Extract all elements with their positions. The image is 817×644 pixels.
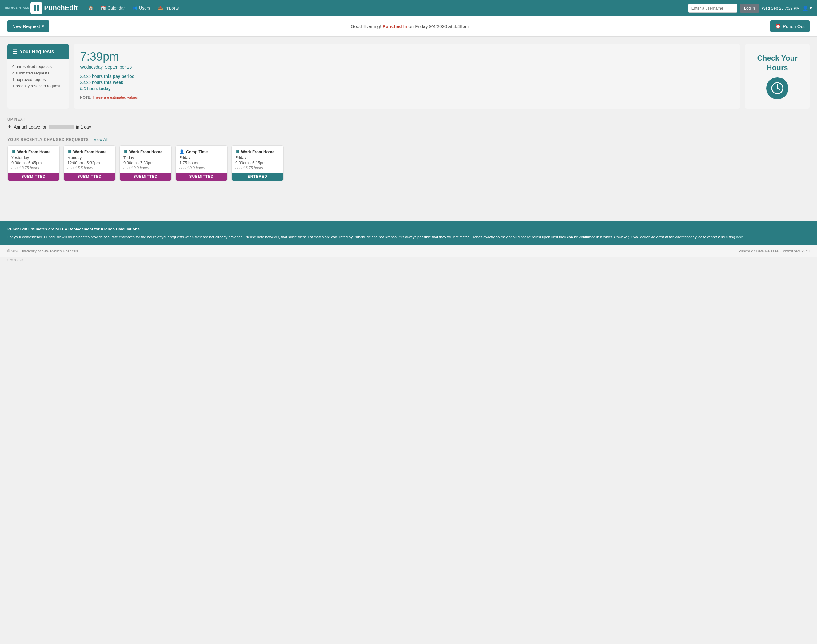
clock-face-icon <box>771 81 784 95</box>
request-card-1-badge: SUBMITTED <box>8 173 59 181</box>
imports-icon: 📥 <box>158 6 163 11</box>
pay-period-stat: 23.25 hours this pay period <box>80 74 734 79</box>
stat-resolved: 1 recently resolved request <box>12 84 64 88</box>
new-request-label: New Request <box>12 24 40 29</box>
request-card-2-time: 12:00pm - 5:32pm <box>67 161 112 165</box>
dropdown-chevron-icon: ▾ <box>42 23 44 29</box>
footer-body-text1: For your convenience PunchEdit will do i… <box>8 235 613 239</box>
up-next-label: UP NEXT <box>8 117 809 121</box>
time-card: 7:39pm Wednesday, September 23 23.25 hou… <box>74 44 740 109</box>
list-icon: ☰ <box>12 48 17 55</box>
username-input[interactable] <box>688 4 737 12</box>
request-card-2-day: Monday <box>67 155 112 160</box>
bug-report-link[interactable]: here <box>736 235 743 239</box>
footer-copyright: © 2020 University of New Mexico Hospital… <box>8 249 78 253</box>
week-hours: 23.25 <box>80 80 91 85</box>
date-display: Wednesday, September 23 <box>80 64 734 69</box>
recently-changed-label: YOUR RECENTLY CHANGED REQUESTS <box>8 138 89 142</box>
request-card-1-type: 🖥 Work From Home <box>11 149 56 154</box>
svg-rect-3 <box>37 8 39 11</box>
your-requests-title: Your Requests <box>20 49 54 54</box>
request-card-5-body: 🖥 Work From Home Friday 9:30am - 5:15pm … <box>231 146 283 173</box>
subheader: New Request ▾ Good Evening! Punched In o… <box>0 16 817 37</box>
request-card-3-badge: SUBMITTED <box>120 173 171 181</box>
up-next-item: ✈ Annual Leave for in 1 day <box>8 124 809 130</box>
nav-users-label: Users <box>139 6 150 11</box>
request-card-4: 👤 Comp Time Friday 1.75 hours about 0.0 … <box>175 146 228 181</box>
users-icon: 👥 <box>132 6 138 11</box>
new-request-button[interactable]: New Request ▾ <box>8 20 49 32</box>
week-label: this week <box>104 80 123 85</box>
up-next-section: UP NEXT ✈ Annual Leave for in 1 day <box>8 117 809 130</box>
cards-row: ☰ Your Requests 0 unresolved requests 4 … <box>8 44 809 109</box>
request-card-1-day: Yesterday <box>11 155 56 160</box>
nav-calendar-label: Calendar <box>107 6 125 11</box>
your-requests-header: ☰ Your Requests <box>8 44 69 59</box>
greeting-prefix: Good Evening! <box>351 24 381 29</box>
login-button[interactable]: Log in <box>740 4 759 12</box>
svg-rect-0 <box>34 5 36 8</box>
greeting-suffix: on Friday 9/4/2020 at 4:48pm <box>409 24 469 29</box>
request-card-1-time: 9:30am - 6:45pm <box>11 161 56 165</box>
nav-calendar[interactable]: 📅 Calendar <box>98 4 128 12</box>
note-value: These are estimated values <box>92 95 138 100</box>
footer-body-italic: However, if you notice an error in the c… <box>614 235 744 239</box>
nav-users[interactable]: 👥 Users <box>129 4 153 12</box>
check-hours-card[interactable]: Check Your Hours <box>745 44 809 109</box>
monitor-icon-3: 🖥 <box>123 149 127 154</box>
svg-rect-2 <box>34 8 36 11</box>
clock-circle <box>766 77 788 99</box>
check-hours-title: Check Your Hours <box>751 53 803 72</box>
request-card-3: 🖥 Work From Home Today 9:30am - 7:30pm a… <box>120 146 172 181</box>
monitor-icon-5: 🖥 <box>235 149 239 154</box>
perf-note: 373.0 ms3 <box>0 257 817 263</box>
home-icon: 🏠 <box>88 6 93 11</box>
request-card-2-badge: SUBMITTED <box>64 173 115 181</box>
request-card-2-body: 🖥 Work From Home Monday 12:00pm - 5:32pm… <box>64 146 115 173</box>
request-card-2-hours: about 5.5 hours <box>67 166 112 170</box>
today-stat: 9.0 hours today <box>80 86 734 91</box>
today-hours: 9.0 <box>80 86 86 91</box>
annual-leave-label: Annual Leave for <box>14 124 46 129</box>
time-display: 7:39pm <box>80 50 734 63</box>
recently-changed-section: YOUR RECENTLY CHANGED REQUESTS View All … <box>8 137 809 181</box>
request-card-5-day: Friday <box>235 155 280 160</box>
user-menu-icon[interactable]: 👤 ▾ <box>802 5 812 11</box>
punch-out-button[interactable]: ⏰ Punch Out <box>770 20 809 32</box>
clock-icon: ⏰ <box>775 23 781 29</box>
top-nav: NM HOSPITALS PunchEdit 🏠 📅 Calendar 👥 Us… <box>0 0 817 16</box>
time-note: NOTE: These are estimated values <box>80 95 734 100</box>
request-card-4-time: 1.75 hours <box>179 161 224 165</box>
nav-home[interactable]: 🏠 <box>85 4 96 12</box>
app-name: PunchEdit <box>44 4 78 12</box>
request-card-4-body: 👤 Comp Time Friday 1.75 hours about 0.0 … <box>176 146 227 173</box>
nav-imports[interactable]: 📥 Imports <box>155 4 182 12</box>
nav-links: 🏠 📅 Calendar 👥 Users 📥 Imports <box>85 4 688 12</box>
footer-notice-body: For your convenience PunchEdit will do i… <box>8 235 809 240</box>
calendar-icon: 📅 <box>101 6 106 11</box>
comp-icon-4: 👤 <box>179 149 184 154</box>
up-next-suffix: in 1 day <box>76 124 91 129</box>
greeting-status: Punched In <box>382 24 407 29</box>
week-stat: 23.25 hours this week <box>80 80 734 85</box>
request-card-3-body: 🖥 Work From Home Today 9:30am - 7:30pm a… <box>120 146 171 173</box>
request-card-1: 🖥 Work From Home Yesterday 9:30am - 6:45… <box>8 146 60 181</box>
footer-notice: PunchEdit Estimates are NOT a Replacemen… <box>0 221 817 245</box>
punch-out-label: Punch Out <box>783 24 805 29</box>
main-content: ☰ Your Requests 0 unresolved requests 4 … <box>0 37 817 221</box>
plane-icon: ✈ <box>8 124 11 130</box>
request-card-4-day: Friday <box>179 155 224 160</box>
recently-changed-header: YOUR RECENTLY CHANGED REQUESTS View All <box>8 137 809 142</box>
request-card-5-hours: about 6.75 hours <box>235 166 280 170</box>
request-cards-row: 🖥 Work From Home Yesterday 9:30am - 6:45… <box>8 146 809 181</box>
pay-period-label: this pay period <box>104 74 135 79</box>
nav-right: Log in Wed Sep 23 7:39 PM 👤 ▾ <box>688 4 812 12</box>
request-card-3-time: 9:30am - 7:30pm <box>123 161 168 165</box>
today-label: today <box>99 86 110 91</box>
svg-point-7 <box>777 87 778 89</box>
view-all-link[interactable]: View All <box>94 137 108 142</box>
blurred-name <box>49 125 74 129</box>
request-card-5-badge: ENTERED <box>231 173 283 181</box>
request-card-1-body: 🖥 Work From Home Yesterday 9:30am - 6:45… <box>8 146 59 173</box>
pay-period-hours: 23.25 <box>80 74 91 79</box>
